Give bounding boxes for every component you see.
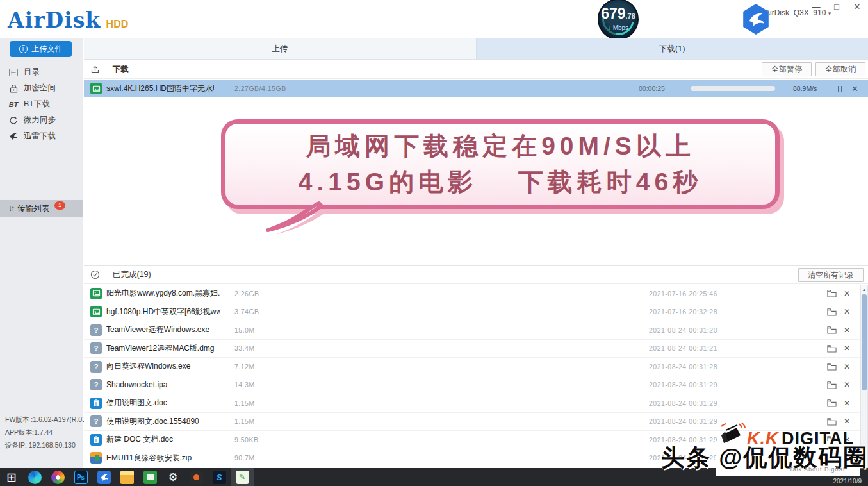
file-size: 1.15M <box>234 417 255 425</box>
delete-record-icon[interactable]: ✕ <box>844 399 850 408</box>
delete-record-icon[interactable]: ✕ <box>844 326 850 335</box>
media-app-icon[interactable] <box>190 471 203 484</box>
completed-row[interactable]: hgf.1080p.HD中英双字[66影视www.66... 3.74GB 20… <box>84 303 868 322</box>
cancel-all-button[interactable]: 全部取消 <box>815 62 865 76</box>
pause-icon[interactable] <box>838 86 842 92</box>
file-timestamp: 2021-08-24 00:31:29 <box>649 399 717 407</box>
file-name: 向日葵远程Windows.exe <box>106 361 220 372</box>
completed-row[interactable]: 阳光电影www.ygdy8.com.黑寡妇.2021.... 2.26GB 20… <box>84 285 868 303</box>
tab-download[interactable]: 下载(1) <box>477 38 868 59</box>
sidebar-item-label: 目录 <box>24 67 40 78</box>
taskbar-slot <box>115 468 138 486</box>
download-elapsed-time: 00:00:25 <box>639 85 665 92</box>
file-size: 3.74GB <box>234 308 259 315</box>
file-name: 新建 DOC 文档.doc <box>106 434 220 445</box>
lock-icon <box>8 84 19 93</box>
airdisk-app-icon[interactable] <box>97 471 111 484</box>
green-app-icon[interactable] <box>143 471 157 484</box>
settings-icon[interactable]: ⚙ <box>167 471 180 484</box>
file-name: TeamViewer12远程MAC版.dmg <box>106 343 220 354</box>
sidebar-item-1[interactable]: 加密空间 <box>0 80 83 96</box>
active-download-row[interactable]: sxwl.4K.H265.HD国语中字无水印[66影... 2.27GB/4.1… <box>84 80 868 97</box>
sync-icon <box>8 116 19 125</box>
notes-app-icon[interactable]: ✎ <box>236 471 249 484</box>
sidebar-item-transfer-list[interactable]: ↓↑ 传输列表 1 <box>0 200 83 217</box>
bt-icon: BT <box>8 101 19 108</box>
file-size: 7.12M <box>234 363 255 371</box>
header-buttons: 全部暂停 全部取消 <box>762 62 865 76</box>
photoshop-icon[interactable]: Ps <box>74 471 88 484</box>
transfer-tabs: 上传 下载(1) <box>84 38 868 60</box>
edge-browser-icon[interactable] <box>28 471 42 484</box>
pause-all-button[interactable]: 全部暂停 <box>762 62 812 76</box>
taskbar-slot <box>184 468 208 486</box>
open-folder-icon[interactable] <box>827 380 837 392</box>
maximize-button[interactable]: □ <box>831 1 842 13</box>
zip-file-icon <box>90 452 102 464</box>
directory-icon <box>8 68 19 77</box>
file-explorer-icon[interactable] <box>120 471 134 484</box>
file-name: TeamViewer远程Windows.exe <box>106 324 220 335</box>
completed-section-header: 已完成(19) 清空所有记录 <box>84 265 868 284</box>
transfer-count-badge: 1 <box>54 201 65 210</box>
check-circle-icon <box>90 270 100 280</box>
file-timestamp: 2021-07-16 20:32:28 <box>649 308 717 315</box>
delete-record-icon[interactable]: ✕ <box>844 380 850 389</box>
close-button[interactable]: ✕ <box>851 1 863 13</box>
taskbar-slot: ⚙ <box>161 468 184 486</box>
cancel-download-icon[interactable]: ✕ <box>851 84 858 94</box>
taskbar-slot: ✎ <box>231 468 254 486</box>
updown-arrows-icon: ↓↑ <box>8 204 13 213</box>
file-size: 33.4M <box>234 344 255 352</box>
sidebar-item-2[interactable]: BT BT下载 <box>0 96 83 112</box>
sidebar-menu: 目录 加密空间 BT BT下载 微力同步 迅雷下载 <box>0 64 83 144</box>
file-size: 14.3M <box>234 381 255 389</box>
completed-row[interactable]: ? TeamViewer远程Windows.exe 15.0M 2021-08-… <box>84 321 868 340</box>
tab-upload[interactable]: 上传 <box>84 38 477 59</box>
doc-file-icon <box>90 398 102 409</box>
app-version: APP版本:1.7.44 <box>5 426 88 439</box>
completed-row[interactable]: 使用说明图文.doc 1.15M 2021-08-24 00:31:29 ✕ <box>84 394 868 413</box>
upload-button-label: 上传文件 <box>32 44 63 54</box>
app-logo: AirDisk HDD <box>8 8 128 33</box>
video-file-icon <box>90 306 102 317</box>
file-timestamp: 2021-08-24 00:31:20 <box>649 326 717 334</box>
delete-record-icon[interactable]: ✕ <box>844 307 850 316</box>
taskbar-slot <box>23 468 46 486</box>
open-folder-icon[interactable] <box>827 344 837 355</box>
minimize-button[interactable]: — <box>810 1 822 13</box>
file-size: 1.15M <box>234 399 255 407</box>
file-size: 15.0M <box>234 326 255 334</box>
completed-row[interactable]: ? Shadowrocket.ipa 14.3M 2021-08-24 00:3… <box>84 376 868 395</box>
start-button[interactable]: ⊞ <box>5 471 19 484</box>
chrome-browser-icon[interactable] <box>51 471 65 484</box>
clear-all-records-button[interactable]: 清空所有记录 <box>798 268 864 282</box>
fw-version: FW版本 :1.6.02-A197(R.03) <box>5 413 88 426</box>
completed-row[interactable]: ? TeamViewer12远程MAC版.dmg 33.4M 2021-08-2… <box>84 340 868 358</box>
sidebar-item-0[interactable]: 目录 <box>0 64 83 80</box>
file-name: 使用说明图文.doc.1554890 <box>106 416 220 427</box>
sidebar-item-3[interactable]: 微力同步 <box>0 112 83 128</box>
download-progress-bar <box>691 86 775 91</box>
scrollbar-thumb[interactable] <box>862 294 867 390</box>
sharex-app-icon[interactable]: S <box>213 471 226 484</box>
open-folder-icon[interactable] <box>827 289 837 300</box>
title-bar: AirDisk HDD 679.78 ↓ Mbps AirDisk_Q3X_91… <box>0 0 868 38</box>
scroll-up-icon[interactable]: ▲ <box>861 285 867 294</box>
upload-file-button[interactable]: + 上传文件 <box>10 41 72 57</box>
open-folder-icon[interactable] <box>827 325 837 337</box>
open-folder-icon[interactable] <box>827 307 837 319</box>
unknown-file-icon: ? <box>90 342 102 354</box>
delete-record-icon[interactable]: ✕ <box>844 362 850 371</box>
sidebar-item-label: 传输列表 <box>17 203 49 214</box>
delete-record-icon[interactable]: ✕ <box>844 289 850 298</box>
open-folder-icon[interactable] <box>827 362 837 373</box>
down-arrow-icon: ↓ <box>608 24 611 31</box>
delete-record-icon[interactable]: ✕ <box>844 344 850 353</box>
file-size: 90.7M <box>234 454 255 462</box>
open-folder-icon[interactable] <box>827 398 837 410</box>
gauge-value: 679.78 <box>599 6 637 23</box>
completed-row[interactable]: ? 向日葵远程Windows.exe 7.12M 2021-08-24 00:3… <box>84 358 868 376</box>
sidebar-item-4[interactable]: 迅雷下载 <box>0 128 83 144</box>
main-panel: 上传 下载(1) 下载 全部暂停 全部取消 sxwl.4K.H265.HD国语中… <box>84 38 868 468</box>
